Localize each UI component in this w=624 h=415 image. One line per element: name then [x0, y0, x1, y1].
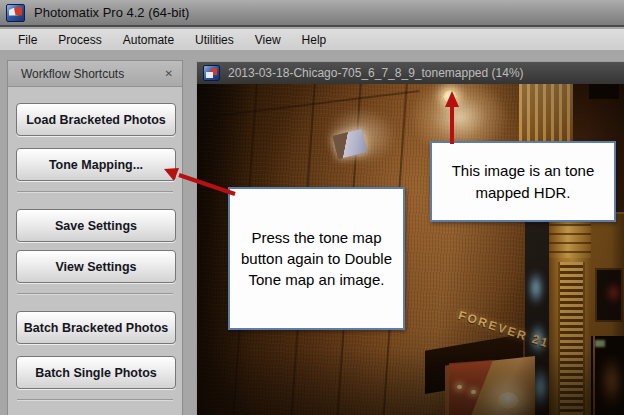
workflow-panel-title: Workflow Shortcuts [21, 67, 165, 81]
menu-utilities[interactable]: Utilities [195, 33, 234, 47]
panel-divider [17, 399, 173, 401]
app-titlebar: Photomatix Pro 4.2 (64-bit) [0, 0, 624, 27]
tone-mapping-button[interactable]: Tone Mapping... [16, 148, 176, 181]
menu-process[interactable]: Process [58, 33, 101, 47]
image-window-titlebar[interactable]: 2013-03-18-Chicago-705_6_7_8_9_tonemappe… [197, 62, 624, 84]
image-window-title: 2013-03-18-Chicago-705_6_7_8_9_tonemappe… [228, 66, 524, 80]
image-window-icon [203, 65, 220, 81]
menu-file[interactable]: File [18, 33, 37, 47]
batch-bracketed-photos-button[interactable]: Batch Bracketed Photos [16, 311, 176, 344]
panel-divider [17, 191, 173, 193]
arrow-to-tone-mapping-button [155, 160, 245, 205]
panel-divider [17, 293, 173, 295]
image-icon-shape [206, 72, 213, 78]
callout-tone-map-note: Press the tone map button again to Doubl… [228, 187, 405, 330]
photomatix-app-window: Photomatix Pro 4.2 (64-bit) File Process… [0, 0, 624, 415]
menubar: File Process Automate Utilities View Hel… [0, 29, 624, 50]
panel-close-icon[interactable]: ✕ [165, 68, 173, 79]
workflow-panel-header: Workflow Shortcuts ✕ [8, 61, 182, 87]
arrow-to-photo-lamp [438, 88, 468, 150]
workflow-shortcuts-panel: Workflow Shortcuts ✕ Load Bracketed Phot… [7, 60, 183, 415]
save-settings-button[interactable]: Save Settings [16, 209, 176, 242]
photomatix-app-icon [6, 4, 25, 22]
app-title: Photomatix Pro 4.2 (64-bit) [34, 5, 189, 20]
callout-hdr-note: This image is an tone mapped HDR. [430, 141, 616, 222]
batch-single-photos-button[interactable]: Batch Single Photos [16, 356, 176, 389]
menu-automate[interactable]: Automate [123, 33, 174, 47]
menu-help[interactable]: Help [302, 33, 327, 47]
view-settings-button[interactable]: View Settings [16, 250, 176, 283]
load-bracketed-photos-button[interactable]: Load Bracketed Photos [16, 103, 176, 136]
menu-view[interactable]: View [255, 33, 281, 47]
